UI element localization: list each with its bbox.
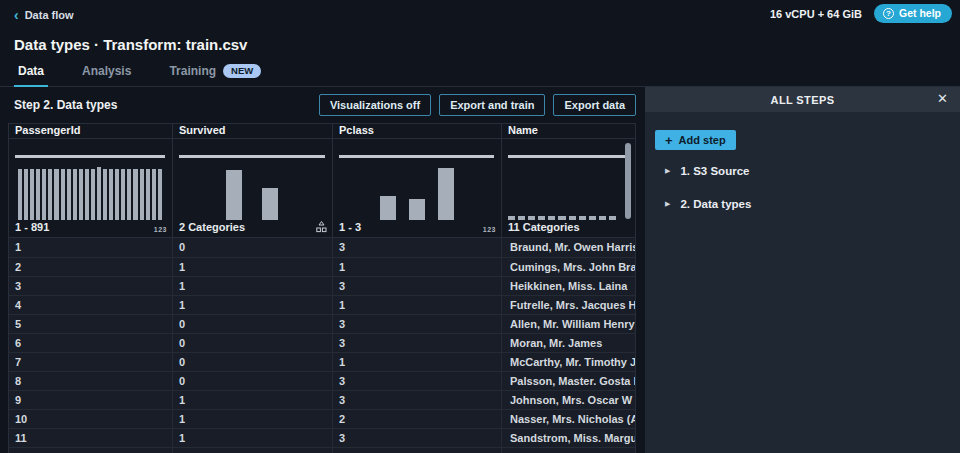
export-and-train-button[interactable]: Export and train bbox=[439, 94, 545, 116]
column-summary: 11 Categories bbox=[508, 221, 580, 233]
table-row[interactable]: 503Allen, Mr. William Henry bbox=[9, 314, 635, 333]
histogram-bar bbox=[127, 169, 131, 220]
histogram-passengerid[interactable]: 1 - 891123 bbox=[9, 139, 173, 237]
table-row-partial bbox=[9, 447, 635, 453]
histogram-bar bbox=[558, 216, 565, 220]
table-row[interactable]: 211Cumings, Mrs. John Bradley (F bbox=[9, 257, 635, 276]
histogram-bar bbox=[48, 169, 52, 220]
table-cell: Nasser, Mrs. Nicholas (Adele A bbox=[502, 410, 635, 428]
table-header-row: PassengerIdSurvivedPclassName bbox=[9, 124, 635, 138]
histogram-name[interactable]: 11 Categories bbox=[502, 139, 635, 237]
get-help-button[interactable]: ? Get help bbox=[874, 4, 952, 23]
histogram-bar bbox=[609, 216, 616, 220]
histogram-bar bbox=[508, 216, 515, 220]
histogram-bar bbox=[538, 216, 545, 220]
histogram-bar bbox=[438, 168, 454, 220]
histogram-bar bbox=[61, 169, 65, 220]
visualizations-off-button[interactable]: Visualizations off bbox=[319, 94, 431, 116]
histogram-bar bbox=[18, 169, 22, 220]
back-to-data-flow-link[interactable]: ‹ Data flow bbox=[14, 9, 74, 21]
table-row[interactable]: 701McCarthy, Mr. Timothy J bbox=[9, 352, 635, 371]
step-list: ▶1. S3 Source▶2. Data types bbox=[665, 165, 950, 231]
histogram-footer: 1 - 891123 bbox=[15, 221, 167, 233]
new-badge: NEW bbox=[223, 64, 261, 78]
completeness-bar bbox=[15, 155, 165, 158]
instance-resources-label: 16 vCPU + 64 GiB bbox=[770, 8, 862, 20]
histogram-bar bbox=[73, 169, 77, 220]
table-cell: 3 bbox=[333, 238, 502, 257]
table-cell: Braund, Mr. Owen Harris bbox=[502, 238, 635, 257]
histogram-bar bbox=[528, 216, 535, 220]
table-row[interactable]: 603Moran, Mr. James bbox=[9, 333, 635, 352]
table-cell: Moran, Mr. James bbox=[502, 334, 635, 352]
steps-panel-header: ALL STEPS ✕ bbox=[645, 87, 960, 112]
histogram-bar bbox=[409, 199, 425, 220]
step-action-buttons: Visualizations offExport and trainExport… bbox=[319, 94, 636, 116]
table-cell: 3 bbox=[333, 277, 502, 295]
table-row[interactable]: 411Futrelle, Mrs. Jacques Heath (L bbox=[9, 295, 635, 314]
step-item-1[interactable]: ▶1. S3 Source bbox=[665, 165, 950, 177]
chevron-right-icon[interactable]: ▶ bbox=[665, 167, 670, 175]
steps-panel-title: ALL STEPS bbox=[645, 94, 960, 106]
histogram-bar bbox=[518, 216, 525, 220]
column-header-pclass[interactable]: Pclass bbox=[333, 124, 502, 138]
table-cell: McCarthy, Mr. Timothy J bbox=[502, 353, 635, 371]
histogram-bar bbox=[133, 169, 137, 220]
chevron-left-icon: ‹ bbox=[14, 10, 19, 21]
step-title: Step 2. Data types bbox=[14, 98, 117, 112]
histogram-survived[interactable]: 2 Categories bbox=[173, 139, 333, 237]
table-row[interactable]: 103Braund, Mr. Owen Harris bbox=[9, 238, 635, 257]
table-row[interactable]: 1113Sandstrom, Miss. Marguerite R bbox=[9, 428, 635, 447]
table-cell: Futrelle, Mrs. Jacques Heath (L bbox=[502, 296, 635, 314]
table-cell: 10 bbox=[9, 410, 173, 428]
close-icon[interactable]: ✕ bbox=[937, 91, 948, 106]
tab-data[interactable]: Data bbox=[14, 64, 48, 86]
table-row[interactable]: 313Heikkinen, Miss. Laina bbox=[9, 276, 635, 295]
tab-training-label: Training bbox=[169, 64, 216, 78]
histogram-footer: 2 Categories bbox=[179, 221, 327, 233]
step-item-label: 1. S3 Source bbox=[680, 165, 749, 177]
page-title: Data types · Transform: train.csv bbox=[14, 36, 247, 53]
histogram-bar bbox=[146, 169, 150, 220]
table-cell: 1 bbox=[333, 353, 502, 371]
step-header: Step 2. Data types Visualizations offExp… bbox=[0, 87, 645, 123]
table-cell: 0 bbox=[173, 238, 333, 257]
table-cell: 0 bbox=[173, 315, 333, 333]
histogram-footer: 1 - 3123 bbox=[339, 221, 496, 233]
chevron-right-icon[interactable]: ▶ bbox=[665, 200, 670, 208]
histogram-bar bbox=[91, 169, 95, 220]
back-link-label: Data flow bbox=[25, 9, 74, 21]
table-cell: 3 bbox=[333, 334, 502, 352]
table-cell: 3 bbox=[333, 372, 502, 390]
tab-training[interactable]: Training NEW bbox=[165, 64, 265, 86]
histogram-bar bbox=[158, 169, 162, 220]
table-row[interactable]: 803Palsson, Master. Gosta Leonar bbox=[9, 371, 635, 390]
add-step-button[interactable]: + Add step bbox=[655, 130, 736, 150]
table-cell: Johnson, Mrs. Oscar W (Elisab bbox=[502, 391, 635, 409]
table-row[interactable]: 913Johnson, Mrs. Oscar W (Elisab bbox=[9, 390, 635, 409]
table-cell: Heikkinen, Miss. Laina bbox=[502, 277, 635, 295]
histogram-bar bbox=[67, 169, 71, 220]
table-row[interactable]: 1012Nasser, Mrs. Nicholas (Adele A bbox=[9, 409, 635, 428]
column-header-survived[interactable]: Survived bbox=[173, 124, 333, 138]
histogram-row: 1 - 8911232 Categories1 - 312311 Categor… bbox=[9, 138, 635, 238]
step-item-2[interactable]: ▶2. Data types bbox=[665, 198, 950, 210]
column-header-name[interactable]: Name bbox=[502, 124, 635, 138]
tab-analysis[interactable]: Analysis bbox=[78, 64, 135, 86]
table-cell: Cumings, Mrs. John Bradley (F bbox=[502, 258, 635, 276]
histogram-pclass[interactable]: 1 - 3123 bbox=[333, 139, 502, 237]
column-header-passengerid[interactable]: PassengerId bbox=[9, 124, 173, 138]
table-cell: 9 bbox=[9, 391, 173, 409]
numeric-type-icon: 123 bbox=[154, 226, 167, 233]
vertical-scrollbar-thumb[interactable] bbox=[625, 143, 631, 219]
step-item-label: 2. Data types bbox=[680, 198, 751, 210]
table-cell: 1 bbox=[333, 296, 502, 314]
table-cell: 1 bbox=[9, 238, 173, 257]
export-data-button[interactable]: Export data bbox=[553, 94, 636, 116]
histogram-bar bbox=[97, 167, 101, 220]
column-summary: 1 - 3 bbox=[339, 221, 361, 233]
histogram-bar bbox=[79, 169, 83, 220]
table-cell: 1 bbox=[173, 258, 333, 276]
completeness-bar bbox=[339, 155, 494, 158]
table-cell: 7 bbox=[9, 353, 173, 371]
